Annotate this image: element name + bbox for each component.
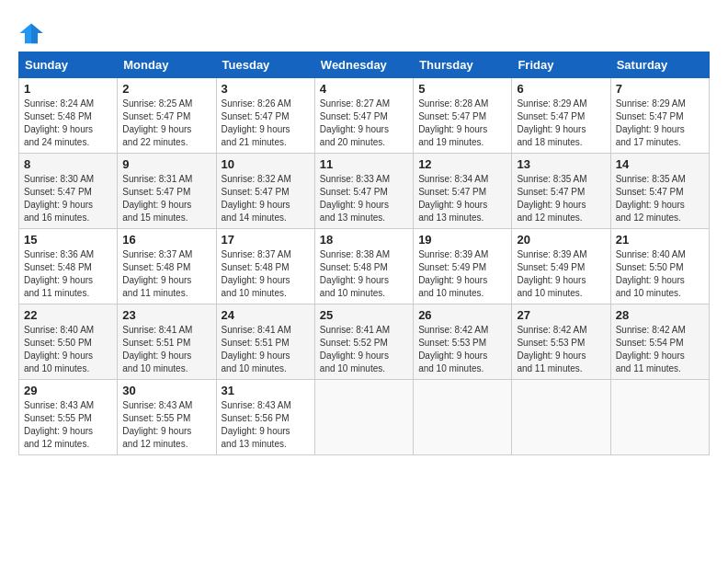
svg-marker-1 (31, 24, 43, 44)
calendar-cell: 8Sunrise: 8:30 AM Sunset: 5:47 PM Daylig… (19, 154, 118, 229)
cell-day-number: 25 (320, 308, 408, 322)
cell-day-number: 28 (616, 308, 704, 322)
calendar-cell: 18Sunrise: 8:38 AM Sunset: 5:48 PM Dayli… (314, 229, 413, 304)
cell-info: Sunrise: 8:30 AM Sunset: 5:47 PM Dayligh… (24, 173, 112, 224)
cell-day-number: 4 (320, 82, 408, 96)
cell-day-number: 13 (517, 157, 605, 171)
calendar-cell: 14Sunrise: 8:35 AM Sunset: 5:47 PM Dayli… (610, 154, 709, 229)
cell-info: Sunrise: 8:33 AM Sunset: 5:47 PM Dayligh… (320, 173, 408, 224)
calendar-cell: 26Sunrise: 8:42 AM Sunset: 5:53 PM Dayli… (414, 304, 512, 380)
calendar-cell (512, 380, 610, 455)
calendar-cell: 27Sunrise: 8:42 AM Sunset: 5:53 PM Dayli… (512, 304, 610, 380)
page: SundayMondayTuesdayWednesdayThursdayFrid… (0, 0, 728, 465)
calendar-cell: 1Sunrise: 8:24 AM Sunset: 5:48 PM Daylig… (19, 78, 118, 154)
cell-day-number: 9 (122, 157, 210, 171)
week-row-4: 22Sunrise: 8:40 AM Sunset: 5:50 PM Dayli… (19, 304, 710, 380)
calendar-cell: 23Sunrise: 8:41 AM Sunset: 5:51 PM Dayli… (118, 304, 216, 380)
cell-info: Sunrise: 8:42 AM Sunset: 5:53 PM Dayligh… (517, 324, 605, 375)
calendar-header-row: SundayMondayTuesdayWednesdayThursdayFrid… (19, 52, 710, 78)
logo-icon (18, 20, 44, 46)
cell-info: Sunrise: 8:28 AM Sunset: 5:47 PM Dayligh… (418, 98, 506, 149)
day-header-wednesday: Wednesday (314, 52, 413, 78)
calendar-cell: 25Sunrise: 8:41 AM Sunset: 5:52 PM Dayli… (314, 304, 413, 380)
calendar-cell: 5Sunrise: 8:28 AM Sunset: 5:47 PM Daylig… (414, 78, 512, 154)
week-row-1: 1Sunrise: 8:24 AM Sunset: 5:48 PM Daylig… (19, 78, 710, 154)
calendar-cell: 20Sunrise: 8:39 AM Sunset: 5:49 PM Dayli… (512, 229, 610, 304)
cell-info: Sunrise: 8:40 AM Sunset: 5:50 PM Dayligh… (24, 324, 112, 375)
cell-day-number: 11 (320, 157, 408, 171)
cell-day-number: 6 (517, 82, 605, 96)
cell-info: Sunrise: 8:35 AM Sunset: 5:47 PM Dayligh… (616, 173, 704, 224)
week-row-5: 29Sunrise: 8:43 AM Sunset: 5:55 PM Dayli… (19, 380, 710, 455)
cell-info: Sunrise: 8:32 AM Sunset: 5:47 PM Dayligh… (222, 173, 310, 224)
cell-info: Sunrise: 8:41 AM Sunset: 5:51 PM Dayligh… (122, 324, 210, 375)
day-header-friday: Friday (512, 52, 610, 78)
calendar-cell: 2Sunrise: 8:25 AM Sunset: 5:47 PM Daylig… (118, 78, 216, 154)
cell-info: Sunrise: 8:26 AM Sunset: 5:47 PM Dayligh… (222, 98, 310, 149)
calendar-cell (414, 380, 512, 455)
cell-day-number: 1 (24, 82, 112, 96)
calendar-cell: 22Sunrise: 8:40 AM Sunset: 5:50 PM Dayli… (19, 304, 118, 380)
logo (18, 20, 48, 46)
cell-day-number: 29 (24, 384, 112, 397)
week-row-3: 15Sunrise: 8:36 AM Sunset: 5:48 PM Dayli… (19, 229, 710, 304)
cell-day-number: 18 (320, 233, 408, 247)
calendar-cell: 9Sunrise: 8:31 AM Sunset: 5:47 PM Daylig… (118, 154, 216, 229)
cell-info: Sunrise: 8:42 AM Sunset: 5:53 PM Dayligh… (418, 324, 506, 375)
calendar-cell: 10Sunrise: 8:32 AM Sunset: 5:47 PM Dayli… (216, 154, 314, 229)
calendar-cell: 12Sunrise: 8:34 AM Sunset: 5:47 PM Dayli… (414, 154, 512, 229)
cell-day-number: 19 (418, 233, 506, 247)
calendar-cell: 29Sunrise: 8:43 AM Sunset: 5:55 PM Dayli… (19, 380, 118, 455)
calendar-body: 1Sunrise: 8:24 AM Sunset: 5:48 PM Daylig… (19, 78, 710, 455)
cell-info: Sunrise: 8:29 AM Sunset: 5:47 PM Dayligh… (616, 98, 704, 149)
cell-info: Sunrise: 8:36 AM Sunset: 5:48 PM Dayligh… (24, 248, 112, 300)
cell-day-number: 10 (222, 157, 310, 171)
cell-info: Sunrise: 8:38 AM Sunset: 5:48 PM Dayligh… (320, 248, 408, 300)
calendar-cell: 21Sunrise: 8:40 AM Sunset: 5:50 PM Dayli… (610, 229, 709, 304)
calendar-cell: 30Sunrise: 8:43 AM Sunset: 5:55 PM Dayli… (118, 380, 216, 455)
day-header-tuesday: Tuesday (216, 52, 314, 78)
week-row-2: 8Sunrise: 8:30 AM Sunset: 5:47 PM Daylig… (19, 154, 710, 229)
cell-day-number: 7 (616, 82, 704, 96)
calendar-cell: 15Sunrise: 8:36 AM Sunset: 5:48 PM Dayli… (19, 229, 118, 304)
cell-day-number: 15 (24, 233, 112, 247)
day-header-thursday: Thursday (414, 52, 512, 78)
cell-info: Sunrise: 8:37 AM Sunset: 5:48 PM Dayligh… (122, 248, 210, 300)
day-header-monday: Monday (118, 52, 216, 78)
cell-day-number: 8 (24, 157, 112, 171)
cell-day-number: 17 (222, 233, 310, 247)
cell-info: Sunrise: 8:25 AM Sunset: 5:47 PM Dayligh… (122, 98, 210, 149)
cell-info: Sunrise: 8:27 AM Sunset: 5:47 PM Dayligh… (320, 98, 408, 149)
cell-info: Sunrise: 8:43 AM Sunset: 5:56 PM Dayligh… (222, 399, 310, 451)
calendar-cell: 3Sunrise: 8:26 AM Sunset: 5:47 PM Daylig… (216, 78, 314, 154)
calendar-cell: 31Sunrise: 8:43 AM Sunset: 5:56 PM Dayli… (216, 380, 314, 455)
cell-day-number: 24 (222, 308, 310, 322)
cell-info: Sunrise: 8:39 AM Sunset: 5:49 PM Dayligh… (418, 248, 506, 300)
calendar-cell (610, 380, 709, 455)
calendar: SundayMondayTuesdayWednesdayThursdayFrid… (18, 52, 710, 455)
cell-day-number: 14 (616, 157, 704, 171)
calendar-cell: 13Sunrise: 8:35 AM Sunset: 5:47 PM Dayli… (512, 154, 610, 229)
calendar-cell: 17Sunrise: 8:37 AM Sunset: 5:48 PM Dayli… (216, 229, 314, 304)
cell-day-number: 5 (418, 82, 506, 96)
calendar-cell: 11Sunrise: 8:33 AM Sunset: 5:47 PM Dayli… (314, 154, 413, 229)
cell-info: Sunrise: 8:29 AM Sunset: 5:47 PM Dayligh… (517, 98, 605, 149)
day-header-saturday: Saturday (610, 52, 709, 78)
cell-info: Sunrise: 8:31 AM Sunset: 5:47 PM Dayligh… (122, 173, 210, 224)
cell-day-number: 12 (418, 157, 506, 171)
header (18, 17, 710, 46)
cell-info: Sunrise: 8:24 AM Sunset: 5:48 PM Dayligh… (24, 98, 112, 149)
cell-day-number: 22 (24, 308, 112, 322)
cell-info: Sunrise: 8:37 AM Sunset: 5:48 PM Dayligh… (222, 248, 310, 300)
cell-day-number: 27 (517, 308, 605, 322)
cell-info: Sunrise: 8:41 AM Sunset: 5:52 PM Dayligh… (320, 324, 408, 375)
calendar-cell: 19Sunrise: 8:39 AM Sunset: 5:49 PM Dayli… (414, 229, 512, 304)
cell-day-number: 31 (222, 384, 310, 397)
cell-day-number: 21 (616, 233, 704, 247)
cell-info: Sunrise: 8:42 AM Sunset: 5:54 PM Dayligh… (616, 324, 704, 375)
day-header-sunday: Sunday (19, 52, 118, 78)
cell-info: Sunrise: 8:34 AM Sunset: 5:47 PM Dayligh… (418, 173, 506, 224)
cell-day-number: 3 (222, 82, 310, 96)
cell-info: Sunrise: 8:43 AM Sunset: 5:55 PM Dayligh… (24, 399, 112, 451)
cell-info: Sunrise: 8:35 AM Sunset: 5:47 PM Dayligh… (517, 173, 605, 224)
